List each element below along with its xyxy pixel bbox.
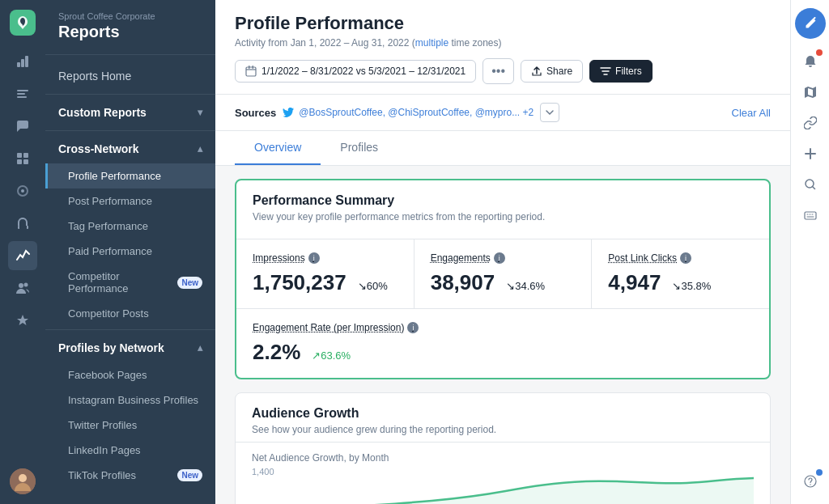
audience-growth-desc: See how your audience grew during the re…: [252, 424, 754, 435]
arrow-down-icon: ↘: [358, 280, 367, 292]
sidebar-item-tag-performance[interactable]: Tag Performance: [45, 214, 215, 239]
sidebar-header: Sprout Coffee Corporate Reports: [45, 0, 215, 55]
svg-rect-19: [805, 212, 816, 219]
sidebar-item-profiles-by-network[interactable]: Profiles by Network ▴: [45, 333, 215, 362]
performance-summary-desc: View your key profile performance metric…: [253, 211, 753, 222]
nav-icon-reports[interactable]: [8, 47, 37, 76]
user-avatar[interactable]: [10, 468, 36, 494]
nav-icon-people[interactable]: [8, 273, 37, 303]
nav-icon-inbox[interactable]: [8, 112, 37, 141]
sidebar: Sprout Coffee Corporate Reports Reports …: [45, 0, 215, 504]
link-icon: [804, 116, 817, 129]
more-icon: •••: [491, 64, 505, 78]
audience-growth-header: Audience Growth See how your audience gr…: [236, 393, 770, 442]
sidebar-item-competitor-performance[interactable]: Competitor Performance New: [45, 264, 215, 301]
chart-y-labels: 1,400 1,200: [252, 467, 274, 504]
audience-chart-svg: [284, 467, 754, 504]
nav-icon-advocacy[interactable]: [8, 306, 37, 335]
compose-cta-button[interactable]: [795, 8, 826, 39]
sidebar-item-post-performance[interactable]: Post Performance: [45, 188, 215, 214]
engagement-rate-info-icon[interactable]: i: [407, 322, 419, 333]
metric-impressions: Impressions i 1,750,237 ↘60%: [236, 239, 414, 308]
nav-divider-3: [45, 329, 215, 330]
sidebar-item-instagram[interactable]: Instagram Business Profiles: [45, 388, 215, 413]
audience-growth-title: Audience Growth: [252, 406, 754, 421]
new-badge-tiktok: New: [177, 469, 202, 481]
app-logo[interactable]: [10, 10, 36, 36]
alert-button[interactable]: [796, 47, 825, 76]
share-button[interactable]: Share: [521, 60, 583, 83]
sidebar-item-profile-performance[interactable]: Profile Performance: [45, 163, 215, 188]
help-button[interactable]: [796, 467, 825, 496]
nav-icon-analytics[interactable]: [8, 241, 37, 270]
keyboard-icon: [804, 209, 817, 222]
svg-rect-4: [17, 93, 25, 95]
post-link-clicks-info-icon[interactable]: i: [680, 252, 691, 264]
performance-summary-header: Performance Summary View your key profil…: [236, 180, 769, 229]
nav-icon-publish[interactable]: [8, 144, 37, 173]
sidebar-item-facebook-pages[interactable]: Facebook Pages: [45, 362, 215, 388]
more-options-button[interactable]: •••: [483, 58, 514, 84]
sources-expand-button[interactable]: [540, 103, 559, 122]
arrow-up-icon: ↗: [312, 349, 321, 362]
filters-button[interactable]: Filters: [589, 60, 653, 83]
timezone-link[interactable]: multiple: [415, 37, 449, 49]
svg-point-21: [810, 484, 810, 485]
engagement-rate-label: Engagement Rate (per Impression) i: [253, 322, 753, 333]
chevron-down-icon: ▾: [198, 107, 202, 118]
nav-icon-listen[interactable]: [8, 209, 37, 238]
svg-rect-5: [17, 96, 27, 98]
sidebar-item-linkedin[interactable]: LinkedIn Pages: [45, 438, 215, 463]
chart-label: Net Audience Growth, by Month: [236, 442, 770, 467]
keyboard-button[interactable]: [796, 201, 825, 230]
metric-post-link-clicks-label: Post Link Clicks i: [608, 252, 753, 264]
tab-overview[interactable]: Overview: [235, 131, 321, 165]
metrics-secondary-row: Engagement Rate (per Impression) i 2.2% …: [236, 308, 769, 378]
nav-icon-compose[interactable]: [8, 79, 37, 108]
help-icon: [804, 475, 817, 488]
icon-rail: [0, 0, 45, 504]
search-button[interactable]: [796, 170, 825, 199]
link-button[interactable]: [796, 108, 825, 138]
sidebar-item-paid-performance[interactable]: Paid Performance: [45, 239, 215, 264]
post-link-clicks-value: 4,947: [608, 270, 661, 295]
chevron-up-icon-2: ▴: [198, 342, 202, 354]
sidebar-brand: Sprout Coffee Corporate: [58, 11, 202, 21]
sources-bar: Sources @BosSproutCoffee, @ChiSproutCoff…: [215, 95, 790, 131]
svg-rect-0: [17, 62, 20, 67]
sidebar-item-custom-reports[interactable]: Custom Reports ▾: [45, 98, 215, 127]
sidebar-item-reports-home[interactable]: Reports Home: [45, 61, 215, 91]
sidebar-item-competitor-posts[interactable]: Competitor Posts: [45, 301, 215, 326]
audience-growth-card: Audience Growth See how your audience gr…: [235, 392, 771, 504]
clear-all-button[interactable]: Clear All: [732, 107, 771, 119]
impressions-info-icon[interactable]: i: [308, 252, 320, 264]
main-content-area: Performance Summary View your key profil…: [215, 166, 790, 504]
engagements-value: 38,907: [431, 270, 495, 295]
edit-icon: [804, 17, 817, 30]
impressions-change: ↘60%: [358, 280, 388, 292]
source-twitter-icon: [283, 108, 294, 117]
metric-engagements: Engagements i 38,907 ↘34.6%: [414, 239, 593, 308]
map-icon: [804, 86, 817, 99]
map-button[interactable]: [796, 78, 825, 107]
add-button[interactable]: [796, 139, 825, 168]
svg-point-14: [19, 474, 27, 482]
share-label: Share: [546, 66, 572, 77]
svg-point-10: [21, 189, 24, 193]
alert-icon: [804, 55, 817, 68]
arrow-down-icon-3: ↘: [672, 280, 681, 292]
sidebar-item-twitter[interactable]: Twitter Profiles: [45, 413, 215, 438]
filters-label: Filters: [615, 66, 642, 77]
performance-summary-title: Performance Summary: [253, 193, 753, 208]
nav-icon-discover[interactable]: [8, 176, 37, 205]
sidebar-item-tiktok[interactable]: TikTok Profiles New: [45, 463, 215, 488]
svg-rect-16: [249, 66, 250, 69]
sidebar-item-cross-network[interactable]: Cross-Network ▴: [45, 134, 215, 163]
share-icon: [531, 66, 542, 77]
engagements-info-icon[interactable]: i: [494, 252, 505, 264]
date-range-button[interactable]: 1/1/2022 – 8/31/2022 vs 5/3/2021 – 12/31…: [235, 60, 476, 83]
tab-profiles[interactable]: Profiles: [321, 131, 397, 165]
sidebar-title: Reports: [58, 23, 202, 41]
alert-badge: [816, 49, 823, 56]
sources-left: Sources @BosSproutCoffee, @ChiSproutCoff…: [235, 103, 559, 122]
